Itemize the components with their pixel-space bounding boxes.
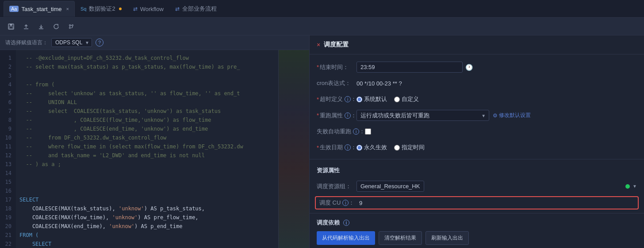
code-line: -- where flow_time in (select max(flow_t…: [19, 142, 278, 151]
failrerun-info-icon[interactable]: i: [353, 128, 359, 135]
refresh-output-button[interactable]: 刷新输入出出: [426, 231, 469, 245]
validity-specified-input[interactable]: [394, 145, 400, 151]
deps-title-text: 调度依赖: [317, 219, 340, 227]
code-line: SELECT: [19, 195, 278, 204]
branch-button[interactable]: [65, 21, 77, 32]
upload-button[interactable]: [20, 21, 32, 32]
tab-task-label: Task_start_time: [21, 6, 61, 12]
code-line: -- select max(task_status) as p_task_sta…: [19, 62, 278, 71]
download-button[interactable]: [35, 21, 47, 32]
resource-section-title: 资源属性: [310, 163, 644, 178]
gear-icon: ⚙: [493, 112, 498, 119]
save-button[interactable]: [5, 21, 17, 32]
section-divider-1: [310, 159, 644, 159]
code-content[interactable]: -- -@exclude_input=DF_ch_53232.dw_task_c…: [16, 50, 278, 248]
resource-group-label: 调度资源组：: [317, 182, 356, 190]
cu-row: 调度 CU i：: [315, 196, 639, 209]
refresh-button[interactable]: [50, 21, 62, 32]
failrerun-label: 失败自动重跑i：: [317, 128, 365, 136]
clear-parse-button[interactable]: 清空解析结果: [379, 231, 422, 245]
tab-task-icon: Aa: [9, 6, 19, 12]
cron-row: cron表达式： 00 */10 00-23 ** ?: [310, 75, 644, 91]
line-numbers: 12345 678910 1112131415 1617181920 21222…: [0, 50, 16, 248]
rerun-select[interactable]: 运行成功或失败后皆可重跑: [356, 110, 489, 121]
failrerun-checkbox[interactable]: [365, 128, 371, 135]
code-line: -- select COALESCE(task_status, 'unknow'…: [19, 107, 278, 116]
validity-specified-label: 指定时间: [402, 143, 425, 151]
rerun-modify-label: 修改默认设置: [499, 112, 531, 119]
validity-specified-radio[interactable]: 指定时间: [394, 143, 425, 151]
resource-group-row: 调度资源组： General_Resource_HK ▼: [310, 178, 644, 194]
code-line: [19, 178, 278, 186]
config-header: × 调度配置: [310, 35, 644, 54]
parse-code-button[interactable]: 从代码解析输入出出: [317, 231, 375, 245]
code-editor[interactable]: 12345 678910 1112131415 1617181920 21222…: [0, 50, 309, 248]
end-time-wrapper: 🕐: [356, 62, 473, 73]
end-time-label: 结束时间：: [317, 63, 356, 71]
resource-group-arrow-icon: ▼: [632, 184, 637, 189]
config-panel: × 调度配置 结束时间： 🕐 cron表达式： 00 */10 00-23 **…: [310, 35, 644, 248]
rerun-row: 重跑属性i： 运行成功或失败后皆可重跑 ▼ ⚙ 修改默认设置: [310, 107, 644, 124]
cu-info-icon[interactable]: i: [342, 200, 349, 206]
code-line: COALESCE(MAX(task_status), 'unknow') AS …: [19, 204, 278, 213]
timeout-system-radio[interactable]: 系统默认: [356, 95, 387, 103]
deps-action-btns: 从代码解析输入出出 清空解析结果 刷新输入出出: [317, 231, 637, 245]
minimap-content: [279, 50, 309, 248]
lang-select[interactable]: ODPS SQL: [51, 38, 92, 47]
timeout-custom-input[interactable]: [394, 97, 400, 102]
code-line: -- and task_name = 'L2_DWD' and end_time…: [19, 151, 278, 160]
svg-rect-1: [10, 24, 12, 26]
cron-label: cron表达式：: [317, 79, 356, 87]
timeout-custom-radio[interactable]: 自定义: [394, 95, 419, 103]
tab-task[interactable]: Aa Task_start_time ×: [4, 1, 75, 17]
code-line: -- UNION ALL: [19, 98, 278, 107]
end-time-input[interactable]: [356, 62, 463, 73]
timeout-info-icon[interactable]: i: [345, 96, 351, 102]
main-area: 请选择赋值语言： ODPS SQL ▼ ? 12345 678910 11121…: [0, 35, 644, 248]
validity-info-icon[interactable]: i: [345, 144, 351, 151]
tab-data-verify-dot: [119, 8, 122, 10]
tab-workflow-label: Workflow: [140, 6, 164, 12]
validity-permanent-radio[interactable]: 永久生效: [356, 143, 387, 151]
rerun-modify-button[interactable]: ⚙ 修改默认设置: [493, 112, 531, 119]
timeout-system-input[interactable]: [356, 97, 362, 102]
clock-icon: 🕐: [465, 64, 473, 71]
deps-section: 调度依赖 i 从代码解析输入出出 清空解析结果 刷新输入出出: [310, 217, 644, 248]
section-divider-2: [310, 213, 644, 213]
code-line: FROM (: [19, 231, 278, 240]
tab-workflow[interactable]: ⇄ Workflow: [127, 1, 169, 17]
toolbar: [0, 18, 644, 35]
deps-title: 调度依赖 i: [317, 219, 637, 227]
minimap: [278, 50, 309, 248]
code-panel: 请选择赋值语言： ODPS SQL ▼ ? 12345 678910 11121…: [0, 35, 310, 248]
tab-task-close[interactable]: ×: [66, 6, 69, 12]
timeout-custom-label: 自定义: [402, 95, 419, 103]
lang-help-icon[interactable]: ?: [96, 39, 104, 46]
tab-business-flow-icon: ⇄: [175, 6, 180, 12]
code-line: -- select 'unknow' as task_status, '' as…: [19, 89, 278, 98]
cu-label-text: 调度 CU: [319, 199, 341, 207]
cu-input[interactable]: [359, 200, 395, 206]
timeout-label: 超时定义i：: [317, 95, 356, 103]
validity-permanent-input[interactable]: [356, 145, 362, 151]
code-line: [19, 71, 278, 80]
code-line: [19, 186, 278, 195]
timeout-radio-group: 系统默认 自定义: [356, 95, 419, 103]
end-time-row: 结束时间： 🕐: [310, 59, 644, 75]
config-body: 结束时间： 🕐 cron表达式： 00 */10 00-23 ** ? 超时定义…: [310, 54, 644, 248]
tab-data-verify-icon: Sq: [80, 6, 86, 12]
svg-point-6: [69, 27, 71, 28]
validity-row: 生效日期i： 永久生效 指定时间: [310, 140, 644, 155]
code-line: COALESCE(MAX(flow_time), 'unknow') AS pr…: [19, 213, 278, 222]
rerun-info-icon[interactable]: i: [345, 112, 351, 119]
tab-business-flow[interactable]: ⇄ 全部业务流程: [169, 1, 222, 17]
tab-data-verify[interactable]: Sq 数据验证2: [75, 1, 127, 17]
timeout-system-label: 系统默认: [364, 95, 387, 103]
resource-group-select[interactable]: General_Resource_HK: [356, 181, 424, 192]
cu-label: 调度 CU i：: [319, 199, 359, 207]
timeout-row: 超时定义i： 系统默认 自定义: [310, 91, 644, 107]
code-line: -- from (: [19, 80, 278, 89]
deps-info-icon[interactable]: i: [343, 220, 349, 226]
validity-radio-group: 永久生效 指定时间: [356, 143, 425, 151]
config-close-button[interactable]: ×: [317, 41, 320, 48]
